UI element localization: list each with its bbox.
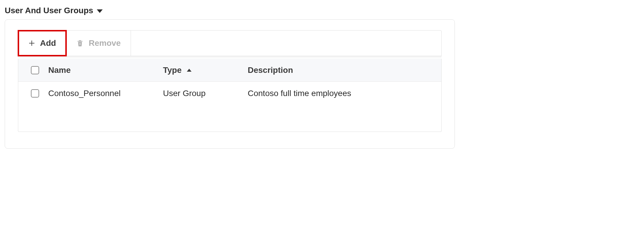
column-header-description-label: Description [248,66,293,75]
section-header[interactable]: User And User Groups [5,6,639,15]
column-header-name[interactable]: Name [45,66,163,75]
panel: Add Remove Name Type Description [5,19,455,149]
column-header-description[interactable]: Description [248,66,435,75]
table: Name Type Description Contoso_Personnel … [18,59,442,132]
sort-asc-icon [187,69,192,72]
row-type: User Group [163,89,206,98]
remove-label: Remove [89,38,121,48]
column-header-type-label: Type [163,66,182,75]
toolbar: Add Remove [18,30,442,56]
remove-button[interactable]: Remove [66,31,131,56]
table-row[interactable]: Contoso_Personnel User Group Contoso ful… [18,82,441,105]
toolbar-shadow [18,56,442,59]
row-type-cell: User Group [163,89,248,98]
trash-icon [76,39,84,47]
row-checkbox[interactable] [31,89,39,98]
add-button[interactable]: Add [18,31,66,56]
column-header-name-label: Name [48,66,71,75]
row-description-cell: Contoso full time employees [248,89,435,98]
header-checkbox-cell [25,66,45,74]
add-label: Add [40,38,56,48]
column-header-type[interactable]: Type [163,66,248,75]
table-header: Name Type Description [18,59,441,82]
plus-icon [28,40,35,47]
table-empty-space [18,105,441,132]
caret-down-icon [97,9,103,13]
row-description: Contoso full time employees [248,89,351,98]
row-name: Contoso_Personnel [48,89,121,98]
select-all-checkbox[interactable] [31,66,39,74]
section-title: User And User Groups [5,6,93,15]
row-checkbox-cell [25,89,45,98]
row-name-cell: Contoso_Personnel [45,89,163,98]
